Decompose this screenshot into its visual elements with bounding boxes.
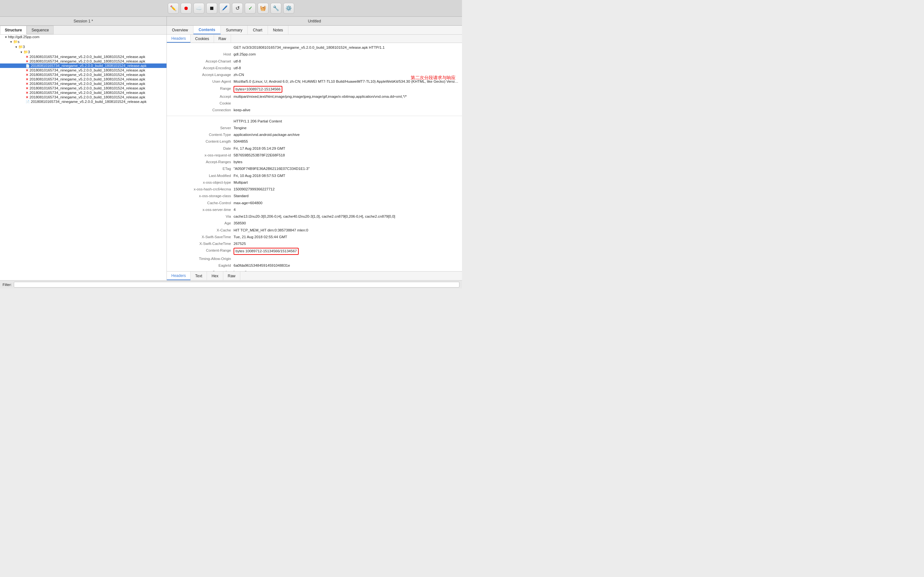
resp-swift-save-key: X-Swift-SaveTime <box>170 234 234 240</box>
tree-folder-3a[interactable]: ▾ 📁 3 <box>0 44 166 49</box>
tree-file-10[interactable]: ✕ 20180810165734_ninegame_v5.2.0.0_build… <box>0 95 166 99</box>
file-icon-selected: 📄 <box>26 64 29 68</box>
resp-date: Date Fri, 17 Aug 2018 05:14:29 GMT <box>167 145 462 152</box>
tab-sequence[interactable]: Sequence <box>27 26 53 34</box>
resp-xcache-val: HIT TCP_MEM_HIT dirn:0:385738847 mlen:0 <box>234 227 459 233</box>
resp-eagleid-val: 6a0fda961534845914591048831e <box>234 263 459 268</box>
req-accept-key: Accept <box>170 94 234 99</box>
error-icon-5: ✕ <box>26 73 28 77</box>
resp-last-mod-val: Fri, 10 Aug 2018 08:57:53 GMT <box>234 173 459 179</box>
sub-tab-cookies[interactable]: Cookies <box>191 35 214 43</box>
bottom-tab-raw[interactable]: Raw <box>223 271 240 280</box>
request-val: GET /s/3/3/20180810165734_ninegame_v5.2.… <box>234 45 459 50</box>
tab-notes[interactable]: Notes <box>268 26 288 34</box>
tree-file-1[interactable]: ✕ 20180810165734_ninegame_v5.2.0.0_build… <box>0 55 166 59</box>
select-tool-button[interactable]: ✏️ <box>168 3 179 14</box>
tab-structure[interactable]: Structure <box>0 26 27 34</box>
tree-file-11[interactable]: 📄 20180810165734_ninegame_v5.2.0.0_build… <box>0 99 166 104</box>
expand-icon: ▾ <box>15 45 17 49</box>
tree-root[interactable]: ▾ http://gdl.25pp.com <box>0 35 166 39</box>
tree-file-9-label: 20180810165734_ninegame_v5.2.0.0_build_1… <box>29 91 145 95</box>
resp-etag: ETag "A050F74B9FE36A2B62116E07C334D1E1-3… <box>167 165 462 172</box>
tree-file-7[interactable]: ✕ 20180810165734_ninegame_v5.2.0.0_build… <box>0 81 166 86</box>
tab-chart[interactable]: Chart <box>248 26 268 34</box>
resp-connection-val: keep-alive <box>234 269 459 271</box>
content-tab-bar: Overview Contents Summary Chart Notes <box>167 26 462 35</box>
resp-content-length-val: 5044855 <box>234 139 459 144</box>
resp-swift-cache-val: 267525 <box>234 241 459 247</box>
resp-content-range-key: Content-Range <box>170 248 234 255</box>
req-connection: Connection keep-alive <box>167 107 462 113</box>
gear-button[interactable]: ⚙️ <box>283 3 294 14</box>
left-tree-panel: ▾ http://gdl.25pp.com ▾ 📁 s ▾ 📁 3 ▾ 📁 3 <box>0 35 167 280</box>
record-button[interactable]: ⏺ <box>181 3 192 14</box>
resp-oss-type-val: Multipart <box>234 180 459 185</box>
bottom-tab-hex[interactable]: Hex <box>207 271 223 280</box>
req-accept-encoding-val: utf-8 <box>234 65 459 71</box>
check-button[interactable]: ✓ <box>245 3 256 14</box>
resp-xcache: X-Cache HIT TCP_MEM_HIT dirn:0:385738847… <box>167 227 462 234</box>
sub-tab-headers[interactable]: Headers <box>167 35 191 43</box>
tree-file-4[interactable]: ✕ 20180810165734_ninegame_v5.2.0.0_build… <box>0 68 166 73</box>
tree-file-9[interactable]: ✕ 20180810165734_ninegame_v5.2.0.0_build… <box>0 90 166 95</box>
wrench-button[interactable]: 🔧 <box>270 3 281 14</box>
tree-root-label: http://gdl.25pp.com <box>8 35 39 39</box>
resp-oss-type-key: x-oss-object-type <box>170 180 234 185</box>
tab-summary[interactable]: Summary <box>221 26 248 34</box>
req-cookie: Cookie <box>167 100 462 107</box>
folder-icon-3b: 📁 <box>23 50 28 54</box>
expand-icon: ▾ <box>21 50 22 54</box>
resp-eagleid: EagleId 6a0fda961534845914591048831e <box>167 262 462 269</box>
resp-swift-cache-key: X-Swift-CacheTime <box>170 241 234 247</box>
filter-input[interactable] <box>14 282 459 287</box>
tree-file-1-label: 20180810165734_ninegame_v5.2.0.0_build_1… <box>29 55 145 59</box>
req-accept-val: multipart/mixed,text/html,image/png,imag… <box>234 94 459 99</box>
range-highlight: bytes=10089712-15134566 <box>234 86 282 93</box>
resp-oss-stime-key: x-oss-server-time <box>170 207 234 213</box>
expand-icon: ▾ <box>10 40 12 44</box>
resp-oss-type: x-oss-object-type Multipart <box>167 179 462 186</box>
resp-oss-stime: x-oss-server-time 4 <box>167 206 462 213</box>
resp-oss-hash-val: 15009027999366227712 <box>234 187 459 192</box>
resp-cache-ctrl: Cache-Control max-age=604800 <box>167 200 462 206</box>
tree-file-3-selected[interactable]: 📄 20180810165734_ninegame_v5.2.0.0_build… <box>0 63 166 68</box>
tree-folder-3b[interactable]: ▾ 📁 3 <box>0 49 166 55</box>
tree-file-5[interactable]: ✕ 20180810165734_ninegame_v5.2.0.0_build… <box>0 73 166 77</box>
tab-contents[interactable]: Contents <box>194 26 221 34</box>
resp-content-range: Content-Range bytes 10089712-15134566/15… <box>167 247 462 255</box>
resp-via: Via cache13.l2nu20-3[0,206-0,H], cache40… <box>167 213 462 220</box>
resp-timing: Timing-Allow-Origin <box>167 255 462 262</box>
structure-tab-bar: Structure Sequence <box>0 26 167 34</box>
tree-folder-s[interactable]: ▾ 📁 s <box>0 39 166 44</box>
tree-file-6[interactable]: ✕ 20180810165734_ninegame_v5.2.0.0_build… <box>0 77 166 81</box>
tree-file-8[interactable]: ✕ 20180810165734_ninegame_v5.2.0.0_build… <box>0 86 166 90</box>
folder-icon-s: 📁 <box>13 39 18 44</box>
req-cookie-key: Cookie <box>170 101 234 106</box>
resp-status-key <box>170 119 234 124</box>
resp-age: Age 358590 <box>167 220 462 227</box>
session-bar: Session 1 * Untitled <box>0 17 462 26</box>
bottom-tab-headers[interactable]: Headers <box>167 271 191 280</box>
resp-connection: Connection keep-alive <box>167 269 462 271</box>
tree-file-2-label: 20180810165734_ninegame_v5.2.0.0_build_1… <box>29 59 145 63</box>
cloud-button[interactable]: ☁️ <box>194 3 204 14</box>
tree-file-2[interactable]: ✕ 20180810165734_ninegame_v5.2.0.0_build… <box>0 59 166 63</box>
pencil-button[interactable]: 🖊️ <box>219 3 230 14</box>
refresh-button[interactable]: ↺ <box>232 3 243 14</box>
sub-tab-raw[interactable]: Raw <box>214 35 231 43</box>
resp-via-key: Via <box>170 214 234 219</box>
req-accept-charset-val: utf-8 <box>234 59 459 64</box>
resp-connection-key: Connection <box>170 269 234 271</box>
bottom-tab-text[interactable]: Text <box>191 271 207 280</box>
tree-file-5-label: 20180810165734_ninegame_v5.2.0.0_build_1… <box>29 73 145 77</box>
tab-overview[interactable]: Overview <box>167 26 194 34</box>
req-connection-key: Connection <box>170 107 234 113</box>
basket-button[interactable]: 🧺 <box>258 3 268 14</box>
resp-swift-save-val: Tue, 21 Aug 2018 02:55:44 GMT <box>234 234 459 240</box>
tree-file-10-label: 20180810165734_ninegame_v5.2.0.0_build_1… <box>29 95 145 99</box>
bottom-tab-bar: Headers Text Hex Raw <box>167 271 462 280</box>
resp-server-key: Server <box>170 125 234 131</box>
error-icon-1: ✕ <box>26 55 28 59</box>
stop-button[interactable]: ⏹ <box>206 3 217 14</box>
req-host: Host gdl.25pp.com <box>167 51 462 58</box>
